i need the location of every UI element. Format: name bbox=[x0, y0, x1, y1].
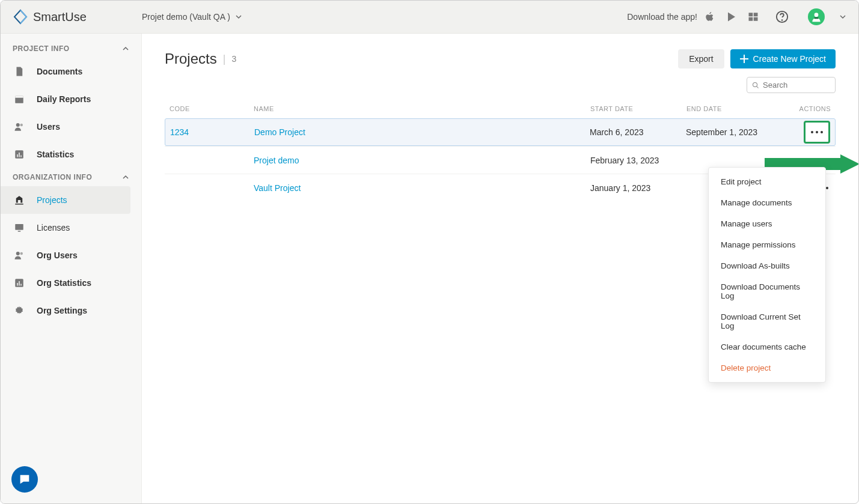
row-start-date: March 6, 2023 bbox=[590, 127, 686, 137]
chat-widget[interactable] bbox=[11, 466, 38, 493]
col-code: CODE bbox=[170, 105, 254, 112]
projects-icon bbox=[14, 195, 25, 205]
svg-rect-13 bbox=[17, 154, 18, 157]
svg-point-10 bbox=[16, 123, 20, 127]
logo[interactable]: SmartUse bbox=[13, 9, 142, 25]
row-name[interactable]: Vault Project bbox=[254, 183, 590, 193]
row-start-date: February 13, 2023 bbox=[590, 156, 686, 165]
table-header: CODE NAME START DATE END DATE ACTIONS bbox=[165, 99, 836, 118]
google-play-icon[interactable] bbox=[726, 11, 737, 22]
search-box[interactable] bbox=[747, 77, 836, 93]
svg-rect-16 bbox=[15, 224, 23, 230]
table-row[interactable]: 1234 Demo Project March 6, 2023 Septembe… bbox=[165, 118, 836, 146]
menu-download-docs-log[interactable]: Download Documents Log bbox=[709, 276, 825, 306]
logo-icon bbox=[13, 9, 28, 25]
svg-rect-17 bbox=[18, 231, 21, 232]
search-input[interactable] bbox=[763, 80, 830, 90]
menu-manage-users[interactable]: Manage users bbox=[709, 213, 825, 234]
col-end: END DATE bbox=[686, 105, 795, 112]
search-icon bbox=[752, 81, 759, 90]
calendar-icon bbox=[14, 94, 25, 105]
sidebar-item-org-statistics[interactable]: Org Statistics bbox=[1, 269, 141, 297]
svg-rect-7 bbox=[815, 17, 819, 19]
svg-rect-15 bbox=[20, 156, 22, 157]
help-icon[interactable] bbox=[775, 10, 789, 23]
sidebar-item-statistics[interactable]: Statistics bbox=[1, 141, 141, 168]
sidebar-item-label: Org Settings bbox=[37, 306, 87, 315]
document-icon bbox=[14, 66, 25, 77]
col-actions: ACTIONS bbox=[795, 105, 831, 112]
row-name[interactable]: Demo Project bbox=[254, 127, 590, 137]
svg-point-25 bbox=[753, 82, 757, 87]
sidebar-item-users[interactable]: Users bbox=[1, 113, 141, 141]
menu-edit-project[interactable]: Edit project bbox=[709, 171, 825, 192]
menu-download-as-builts[interactable]: Download As-builts bbox=[709, 255, 825, 276]
row-code[interactable]: 1234 bbox=[170, 127, 254, 137]
svg-rect-1 bbox=[754, 13, 758, 16]
sidebar-item-org-users[interactable]: Org Users bbox=[1, 241, 141, 269]
sidebar-item-projects[interactable]: Projects bbox=[1, 186, 130, 214]
sidebar-item-licenses[interactable]: Licenses bbox=[1, 214, 141, 241]
sidebar-item-label: Documents bbox=[37, 67, 82, 76]
download-app-label: Download the app! bbox=[627, 12, 697, 22]
sidebar-section-project-info[interactable]: PROJECT INFO bbox=[1, 40, 141, 58]
svg-rect-23 bbox=[20, 284, 22, 286]
svg-rect-22 bbox=[19, 281, 20, 286]
users-icon bbox=[14, 121, 25, 132]
users-icon bbox=[14, 250, 25, 261]
svg-rect-21 bbox=[17, 283, 18, 286]
avatar[interactable] bbox=[808, 8, 825, 25]
chat-icon bbox=[18, 473, 31, 486]
create-project-label: Create New Project bbox=[753, 54, 826, 64]
sidebar-section-label: ORGANIZATION INFO bbox=[13, 173, 92, 181]
sidebar-item-label: Statistics bbox=[37, 150, 74, 159]
avatar-chevron-icon[interactable] bbox=[839, 13, 846, 20]
sidebar-item-label: Org Statistics bbox=[37, 278, 91, 288]
menu-clear-cache[interactable]: Clear documents cache bbox=[709, 336, 825, 357]
count-separator: | bbox=[223, 53, 226, 65]
svg-rect-2 bbox=[749, 17, 753, 21]
menu-delete-project[interactable]: Delete project bbox=[709, 357, 825, 378]
col-name: NAME bbox=[254, 105, 590, 112]
export-button[interactable]: Export bbox=[678, 49, 724, 68]
sidebar-item-label: Daily Reports bbox=[37, 94, 91, 104]
menu-download-current-set-log[interactable]: Download Current Set Log bbox=[709, 306, 825, 336]
logo-text: SmartUse bbox=[33, 10, 87, 24]
svg-rect-0 bbox=[749, 13, 753, 16]
svg-point-11 bbox=[20, 124, 23, 127]
menu-manage-permissions[interactable]: Manage permissions bbox=[709, 234, 825, 255]
monitor-icon bbox=[14, 222, 25, 233]
create-project-button[interactable]: Create New Project bbox=[730, 49, 836, 68]
row-context-menu: Edit project Manage documents Manage use… bbox=[708, 167, 826, 383]
platform-icons bbox=[705, 8, 846, 25]
sidebar-item-label: Licenses bbox=[37, 223, 70, 232]
sidebar-section-label: PROJECT INFO bbox=[13, 44, 70, 53]
apple-icon[interactable] bbox=[705, 11, 715, 22]
row-end-date: September 1, 2023 bbox=[686, 127, 794, 137]
chevron-up-icon bbox=[122, 45, 129, 52]
svg-rect-3 bbox=[754, 17, 758, 21]
project-selector[interactable]: Projet demo (Vault QA ) bbox=[142, 12, 242, 22]
project-selector-label: Projet demo (Vault QA ) bbox=[142, 12, 230, 22]
sidebar-item-documents[interactable]: Documents bbox=[1, 58, 141, 85]
sidebar-section-org-info[interactable]: ORGANIZATION INFO bbox=[1, 168, 141, 186]
sidebar-item-label: Projects bbox=[37, 195, 67, 205]
plus-icon bbox=[740, 55, 748, 63]
row-name[interactable]: Projet demo bbox=[254, 156, 590, 165]
sidebar: PROJECT INFO Documents Daily Reports Use… bbox=[1, 34, 142, 503]
chevron-down-icon bbox=[235, 13, 242, 20]
content-header: Projects | 3 Export Create New Project bbox=[165, 49, 836, 68]
sidebar-item-label: Org Users bbox=[37, 250, 78, 260]
row-start-date: January 1, 2023 bbox=[590, 183, 686, 193]
sidebar-item-org-settings[interactable]: Org Settings bbox=[1, 297, 141, 324]
page-title: Projects bbox=[165, 50, 217, 67]
svg-point-18 bbox=[16, 252, 20, 255]
windows-icon[interactable] bbox=[748, 11, 759, 22]
sidebar-item-daily-reports[interactable]: Daily Reports bbox=[1, 85, 141, 113]
chart-icon bbox=[14, 149, 25, 160]
svg-point-19 bbox=[20, 252, 23, 255]
col-start: START DATE bbox=[590, 105, 686, 112]
row-actions-button[interactable] bbox=[804, 121, 830, 144]
sidebar-item-label: Users bbox=[37, 122, 60, 132]
menu-manage-documents[interactable]: Manage documents bbox=[709, 192, 825, 213]
